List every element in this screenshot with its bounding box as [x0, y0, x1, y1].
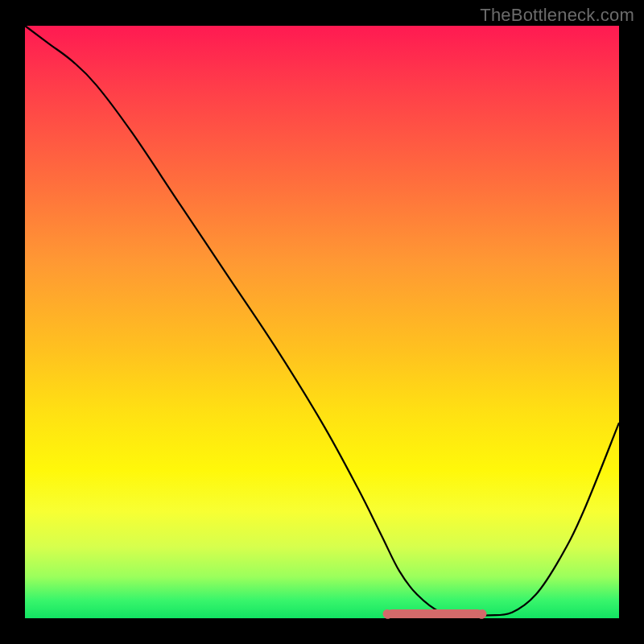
bottleneck-curve [25, 26, 619, 618]
highlight-segment [387, 609, 482, 618]
bottleneck-curve-path [25, 26, 619, 616]
watermark-text: TheBottleneck.com [480, 5, 634, 26]
chart-plot-area [25, 26, 619, 618]
